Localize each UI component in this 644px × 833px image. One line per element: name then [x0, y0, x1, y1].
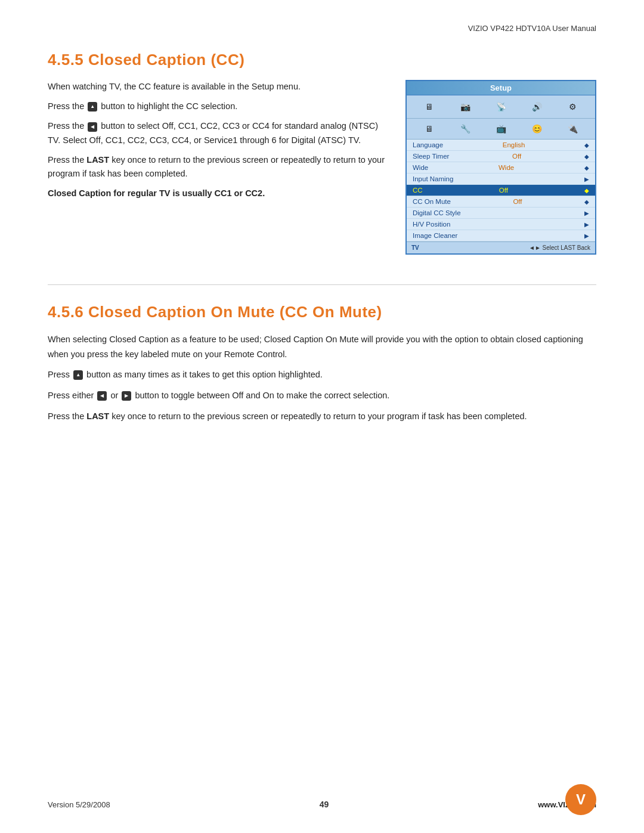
left-button-icon [88, 122, 97, 132]
para-455-4: Press the LAST key once to return to the… [48, 153, 388, 181]
page-container: VIZIO VP422 HDTV10A User Manual 4.5.5 Cl… [0, 0, 644, 833]
page-header: VIZIO VP422 HDTV10A User Manual [48, 24, 596, 33]
vizio-logo: V [565, 784, 596, 815]
menu-item-language: Language English ◆ [407, 140, 595, 151]
footer-right: www.VIZIO.com V [538, 800, 596, 809]
para-455-1: When watching TV, the CC feature is avai… [48, 80, 388, 94]
section-455: 4.5.5 Closed Caption (CC) When watching … [48, 51, 596, 255]
up-button-icon-2 [73, 370, 83, 380]
section-455-title: 4.5.5 Closed Caption (CC) [48, 51, 596, 69]
menu-icon-satellite: 📡 [491, 99, 510, 114]
section-divider [48, 284, 596, 285]
footer-version: Version 5/29/2008 [48, 800, 110, 809]
menu-item-cc-on-mute: CC On Mute Off ◆ [407, 196, 595, 208]
menu-icon-audio: 🔊 [527, 99, 546, 114]
bold-note-455: Closed Caption for regular TV is usually… [48, 187, 388, 200]
menu-item-wide: Wide Wide ◆ [407, 162, 595, 174]
section-456-text: When selecting Closed Caption as a featu… [48, 332, 596, 423]
para-456-3: Press either or button to toggle between… [48, 388, 596, 403]
para-456-4: Press the LAST key once to return to the… [48, 409, 596, 424]
para-456-1: When selecting Closed Caption as a featu… [48, 332, 596, 361]
menu-icon-2-2: 🔧 [456, 121, 475, 137]
para-455-2: Press the button to highlight the CC sel… [48, 100, 388, 113]
vizio-logo-letter: V [576, 792, 586, 807]
menu-item-hv-position: H/V Position ▶ [407, 219, 595, 230]
section-456-title: 4.5.6 Closed Caption On Mute (CC On Mute… [48, 303, 596, 321]
page-footer: Version 5/29/2008 49 www.VIZIO.com V [48, 800, 596, 809]
up-button-icon [88, 102, 97, 112]
menu-item-input-naming: Input Naming ▶ [407, 174, 595, 185]
section-455-text: When watching TV, the CC feature is avai… [48, 80, 388, 206]
tv-menu-footer: TV ◄► Select LAST Back [407, 241, 595, 253]
menu-item-digital-cc-style: Digital CC Style ▶ [407, 208, 595, 219]
menu-item-cc: CC Off ◆ [407, 185, 595, 196]
footer-page-number: 49 [320, 800, 329, 809]
menu-icon-2-5: 🔌 [563, 121, 582, 137]
right-button-icon [122, 391, 131, 401]
tv-menu-icons-row1: 🖥 📷 📡 🔊 ⚙ [407, 95, 595, 119]
tv-menu-screenshot: Setup 🖥 📷 📡 🔊 ⚙ 🖥 🔧 📺 😊 🔌 [405, 80, 596, 255]
tv-menu-title: Setup [407, 81, 595, 95]
para-456-2: Press button as many times as it takes t… [48, 367, 596, 382]
footer-source: TV [411, 244, 419, 251]
menu-icon-camera: 📷 [456, 99, 475, 114]
section-456: 4.5.6 Closed Caption On Mute (CC On Mute… [48, 303, 596, 423]
manual-title: VIZIO VP422 HDTV10A User Manual [468, 24, 596, 33]
left-button-icon-2 [97, 391, 107, 401]
menu-icon-2-3: 📺 [491, 121, 510, 137]
tv-menu-icons-row2: 🖥 🔧 📺 😊 🔌 [407, 119, 595, 140]
section-455-content: When watching TV, the CC feature is avai… [48, 80, 596, 255]
menu-icon-2-4: 😊 [527, 121, 546, 137]
menu-icon-setup: ⚙ [563, 99, 582, 114]
footer-controls: ◄► Select LAST Back [529, 244, 590, 251]
footer-logo-area: V [565, 784, 596, 815]
para-455-3: Press the button to select Off, CC1, CC2… [48, 119, 388, 147]
menu-icon-2-1: 🖥 [420, 121, 439, 137]
menu-item-image-cleaner: Image Cleaner ▶ [407, 230, 595, 241]
menu-item-sleep-timer: Sleep Timer Off ◆ [407, 151, 595, 162]
tv-menu-items: Language English ◆ Sleep Timer Off ◆ Wid… [407, 140, 595, 241]
menu-icon-display: 🖥 [420, 99, 439, 114]
